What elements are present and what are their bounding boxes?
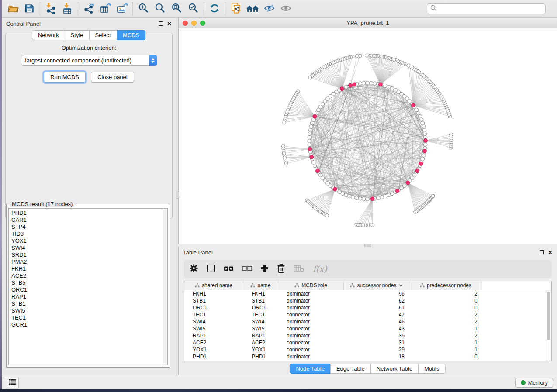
- result-node-item[interactable]: SRD1: [11, 251, 163, 258]
- table-cell: STB1: [184, 297, 243, 304]
- delete-table-button[interactable]: [294, 261, 304, 276]
- import-table-button[interactable]: [59, 1, 76, 16]
- table-row[interactable]: YOX1YOX1connector291: [184, 346, 551, 353]
- column-header-successor-nodes[interactable]: successor nodes: [344, 281, 409, 290]
- deselect-all-rows-button[interactable]: [242, 261, 252, 276]
- table-cell: FKH1: [184, 290, 243, 297]
- tab-node-table[interactable]: Node Table: [290, 364, 331, 374]
- show-panels-button[interactable]: [6, 378, 19, 388]
- export-network-button[interactable]: [80, 1, 97, 16]
- export-image-button[interactable]: [114, 1, 130, 16]
- network-canvas[interactable]: [179, 28, 557, 244]
- table-cell: 2: [409, 318, 482, 325]
- table-cell: 96: [344, 290, 409, 297]
- close-panel-icon[interactable]: ✕: [167, 21, 172, 27]
- search-input[interactable]: [439, 6, 542, 12]
- tab-style[interactable]: Style: [65, 30, 90, 40]
- first-neighbors-button[interactable]: [244, 1, 261, 16]
- tab-mcds[interactable]: MCDS: [117, 30, 145, 40]
- result-node-item[interactable]: FKH1: [11, 265, 163, 272]
- column-header-predecessor-nodes[interactable]: predecessor nodes: [409, 281, 482, 290]
- table-cell: dominator: [278, 290, 344, 297]
- trash-icon: [277, 264, 285, 274]
- table-row[interactable]: TEC1TEC1connector472: [184, 311, 551, 318]
- table-cell: 43: [344, 325, 409, 332]
- table-cell: RAP1: [243, 332, 278, 339]
- show-columns-button[interactable]: [207, 261, 215, 276]
- select-all-rows-button[interactable]: [224, 261, 234, 276]
- memory-button[interactable]: Memory: [515, 378, 553, 388]
- zoom-fit-button[interactable]: [168, 1, 185, 16]
- save-session-button[interactable]: [21, 1, 38, 16]
- column-header-name[interactable]: name: [243, 281, 278, 290]
- close-mcds-panel-button[interactable]: Close panel: [91, 72, 134, 83]
- result-node-item[interactable]: CAR1: [11, 217, 163, 224]
- table-row[interactable]: STB1STB1dominator620: [184, 297, 551, 304]
- float-panel-icon[interactable]: [540, 250, 544, 254]
- table-scrollbar[interactable]: [546, 290, 551, 361]
- control-tabs: NetworkStyleSelectMCDS: [2, 30, 176, 40]
- function-builder-button[interactable]: f(x): [313, 261, 327, 276]
- run-mcds-button[interactable]: Run MCDS: [44, 72, 86, 83]
- splitter-grip-icon[interactable]: [364, 244, 371, 247]
- close-panel-icon[interactable]: ✕: [548, 250, 553, 255]
- result-node-item[interactable]: TID3: [11, 230, 163, 237]
- result-node-item[interactable]: STB1: [11, 300, 163, 307]
- column-header-MCDS-role[interactable]: MCDS role: [278, 281, 344, 290]
- tab-network-table[interactable]: Network Table: [370, 364, 419, 374]
- result-node-item[interactable]: SWI5: [11, 307, 163, 314]
- result-node-item[interactable]: ORC1: [11, 286, 163, 293]
- horizontal-splitter[interactable]: [178, 244, 557, 247]
- table-toolbar: f(x): [184, 260, 552, 278]
- table-row[interactable]: FKH1FKH1dominator962: [184, 290, 551, 297]
- mcds-result-list: PHD1CAR1STP4TID3YOX1SWI4SRD1PMA2FKH1ACE2…: [8, 208, 163, 365]
- table-row[interactable]: ORC1ORC1dominator610: [184, 304, 551, 311]
- criterion-select[interactable]: largest connected component (undirected): [21, 55, 157, 66]
- mcds-tab-content: Optimization criterion: largest connecte…: [5, 33, 173, 219]
- zoom-out-button[interactable]: [152, 1, 168, 16]
- window-minimize-button[interactable]: [191, 21, 197, 26]
- tab-edge-table[interactable]: Edge Table: [330, 364, 371, 374]
- table-row[interactable]: PHD1PHD1dominator180: [184, 353, 551, 360]
- table-row[interactable]: SWI5SWI5connector431: [184, 325, 551, 332]
- table-row[interactable]: ACE2ACE2connector311: [184, 339, 551, 346]
- window-close-button[interactable]: [183, 21, 188, 26]
- scrollbar-thumb[interactable]: [547, 292, 550, 340]
- result-node-item[interactable]: YOX1: [11, 237, 163, 244]
- tab-select[interactable]: Select: [89, 30, 117, 40]
- open-file-button[interactable]: [4, 1, 21, 16]
- vertical-splitter[interactable]: [176, 18, 178, 375]
- window-maximize-button[interactable]: [200, 21, 205, 26]
- delete-column-button[interactable]: [277, 261, 285, 276]
- tab-network[interactable]: Network: [32, 30, 65, 40]
- table-row[interactable]: RAP1RAP1dominator352: [184, 332, 551, 339]
- result-node-item[interactable]: RAP1: [11, 293, 163, 300]
- result-node-item[interactable]: STB5: [11, 279, 163, 286]
- import-network-button[interactable]: [42, 1, 59, 16]
- create-column-button[interactable]: [260, 261, 269, 276]
- float-panel-icon[interactable]: [159, 21, 163, 26]
- splitter-grip-icon[interactable]: [176, 192, 179, 199]
- result-node-item[interactable]: PHD1: [11, 210, 163, 217]
- result-node-item[interactable]: SWI4: [11, 244, 163, 251]
- table-cell: 0: [409, 353, 482, 360]
- duplicate-network-button[interactable]: [228, 1, 244, 16]
- result-node-item[interactable]: ACE2: [11, 272, 163, 279]
- result-node-item[interactable]: STP4: [11, 224, 163, 230]
- result-node-item[interactable]: GCR1: [11, 321, 163, 328]
- hide-selected-button[interactable]: [261, 1, 277, 16]
- tab-motifs[interactable]: Motifs: [418, 364, 446, 374]
- refresh-button[interactable]: [206, 1, 223, 16]
- table-row[interactable]: SWI4SWI4dominator462: [184, 318, 551, 325]
- result-node-item[interactable]: PMA2: [11, 258, 163, 265]
- column-header-shared-name[interactable]: shared name: [184, 281, 243, 290]
- result-node-item[interactable]: TEC1: [11, 314, 163, 321]
- result-scrollbar[interactable]: [163, 208, 168, 365]
- houses-icon: [246, 3, 259, 15]
- zoom-selected-button[interactable]: [185, 1, 201, 16]
- zoom-in-button[interactable]: [135, 1, 152, 16]
- table-settings-button[interactable]: [189, 261, 198, 276]
- export-table-button[interactable]: [97, 1, 114, 16]
- show-all-button[interactable]: [277, 1, 294, 16]
- network-view[interactable]: [179, 28, 557, 244]
